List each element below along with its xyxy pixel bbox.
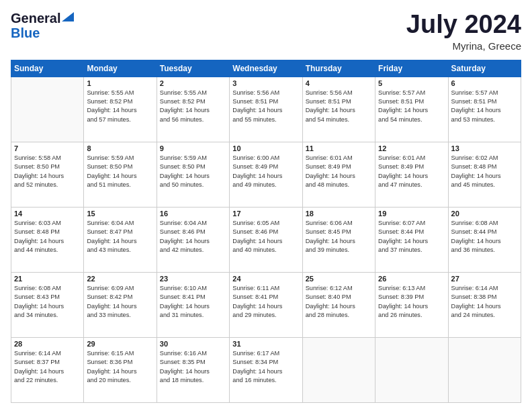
daylight-line2: and 26 minutes. — [378, 311, 445, 320]
calendar-cell: 30Sunrise: 6:16 AMSunset: 8:35 PMDayligh… — [157, 337, 229, 402]
sunset-text: Sunset: 8:48 PM — [451, 163, 518, 171]
svg-marker-0 — [62, 12, 74, 21]
logo-arrow-icon — [62, 12, 74, 21]
logo-general: General — [11, 11, 60, 26]
calendar-cell: 29Sunrise: 6:15 AMSunset: 8:36 PMDayligh… — [84, 337, 157, 402]
calendar-cell: 3Sunrise: 5:56 AMSunset: 8:51 PMDaylight… — [230, 77, 302, 142]
sunrise-text: Sunrise: 6:12 AM — [306, 284, 372, 293]
calendar-cell: 24Sunrise: 6:11 AMSunset: 8:41 PMDayligh… — [230, 272, 302, 337]
sunrise-text: Sunrise: 6:04 AM — [160, 219, 226, 228]
day-info: Sunrise: 6:05 AMSunset: 8:46 PMDaylight:… — [232, 219, 299, 255]
daylight-line1: Daylight: 14 hours — [232, 367, 299, 376]
sunset-text: Sunset: 8:50 PM — [14, 163, 81, 171]
sunrise-text: Sunrise: 6:13 AM — [378, 284, 445, 293]
logo: General Blue — [11, 11, 74, 40]
day-info: Sunrise: 6:11 AMSunset: 8:41 PMDaylight:… — [232, 284, 299, 320]
daylight-line1: Daylight: 14 hours — [160, 367, 226, 376]
day-number: 30 — [160, 340, 226, 348]
title-block: July 2024 Myrina, Greece — [406, 11, 521, 52]
daylight-line2: and 37 minutes. — [378, 246, 445, 255]
sunset-text: Sunset: 8:40 PM — [306, 293, 372, 302]
daylight-line1: Daylight: 14 hours — [14, 367, 81, 376]
day-info: Sunrise: 6:00 AMSunset: 8:49 PMDaylight:… — [232, 154, 299, 189]
daylight-line1: Daylight: 14 hours — [87, 237, 153, 246]
daylight-line2: and 34 minutes. — [14, 311, 81, 320]
day-info: Sunrise: 6:09 AMSunset: 8:42 PMDaylight:… — [87, 284, 153, 320]
calendar-cell: 18Sunrise: 6:06 AMSunset: 8:45 PMDayligh… — [302, 207, 375, 272]
day-info: Sunrise: 5:57 AMSunset: 8:51 PMDaylight:… — [451, 89, 518, 124]
calendar-cell: 16Sunrise: 6:04 AMSunset: 8:46 PMDayligh… — [157, 207, 229, 272]
day-number: 1 — [87, 79, 153, 87]
day-number: 23 — [160, 275, 226, 283]
sunset-text: Sunset: 8:43 PM — [14, 293, 81, 302]
daylight-line2: and 20 minutes. — [87, 376, 153, 385]
daylight-line2: and 16 minutes. — [232, 376, 299, 385]
sunset-text: Sunset: 8:35 PM — [160, 358, 226, 367]
sunrise-text: Sunrise: 5:59 AM — [87, 154, 153, 163]
daylight-line2: and 49 minutes. — [232, 181, 299, 189]
calendar-cell: 8Sunrise: 5:59 AMSunset: 8:50 PMDaylight… — [84, 142, 157, 207]
daylight-line2: and 31 minutes. — [160, 311, 226, 320]
day-number: 22 — [87, 275, 153, 283]
sunrise-text: Sunrise: 6:07 AM — [378, 219, 445, 228]
sunrise-text: Sunrise: 6:06 AM — [306, 219, 372, 228]
calendar-cell: 12Sunrise: 6:01 AMSunset: 8:49 PMDayligh… — [375, 142, 448, 207]
day-info: Sunrise: 6:08 AMSunset: 8:44 PMDaylight:… — [451, 219, 518, 255]
daylight-line1: Daylight: 14 hours — [14, 237, 81, 246]
calendar-cell: 2Sunrise: 5:55 AMSunset: 8:52 PMDaylight… — [157, 77, 229, 142]
daylight-line2: and 29 minutes. — [232, 311, 299, 320]
calendar-cell: 4Sunrise: 5:56 AMSunset: 8:51 PMDaylight… — [302, 77, 375, 142]
day-info: Sunrise: 6:14 AMSunset: 8:38 PMDaylight:… — [451, 284, 518, 320]
sunrise-text: Sunrise: 6:05 AM — [232, 219, 299, 228]
sunset-text: Sunset: 8:38 PM — [451, 293, 518, 302]
day-number: 3 — [232, 79, 299, 87]
daylight-line1: Daylight: 14 hours — [378, 237, 445, 246]
daylight-line2: and 48 minutes. — [306, 181, 372, 189]
day-info: Sunrise: 6:07 AMSunset: 8:44 PMDaylight:… — [378, 219, 445, 255]
daylight-line2: and 18 minutes. — [160, 376, 226, 385]
day-number: 14 — [14, 210, 81, 218]
week-row-4: 28Sunrise: 6:14 AMSunset: 8:37 PMDayligh… — [11, 337, 521, 402]
sunrise-text: Sunrise: 6:09 AM — [87, 284, 153, 293]
calendar-cell: 13Sunrise: 6:02 AMSunset: 8:48 PMDayligh… — [448, 142, 521, 207]
sunrise-text: Sunrise: 5:56 AM — [232, 89, 299, 97]
weekday-thursday: Thursday — [302, 60, 375, 77]
day-number: 20 — [451, 210, 518, 218]
daylight-line1: Daylight: 14 hours — [160, 302, 226, 311]
day-info: Sunrise: 5:59 AMSunset: 8:50 PMDaylight:… — [87, 154, 153, 189]
day-number: 4 — [306, 79, 372, 87]
daylight-line1: Daylight: 14 hours — [160, 237, 226, 246]
week-row-3: 21Sunrise: 6:08 AMSunset: 8:43 PMDayligh… — [11, 272, 521, 337]
day-info: Sunrise: 6:02 AMSunset: 8:48 PMDaylight:… — [451, 154, 518, 189]
day-info: Sunrise: 5:56 AMSunset: 8:51 PMDaylight:… — [232, 89, 299, 124]
calendar-cell: 21Sunrise: 6:08 AMSunset: 8:43 PMDayligh… — [11, 272, 84, 337]
daylight-line1: Daylight: 14 hours — [87, 367, 153, 376]
sunrise-text: Sunrise: 6:17 AM — [232, 349, 299, 358]
daylight-line1: Daylight: 14 hours — [232, 172, 299, 181]
header: General Blue July 2024 Myrina, Greece — [11, 11, 521, 52]
week-row-2: 14Sunrise: 6:03 AMSunset: 8:48 PMDayligh… — [11, 207, 521, 272]
day-number: 26 — [378, 275, 445, 283]
daylight-line1: Daylight: 14 hours — [160, 106, 226, 115]
calendar-cell: 27Sunrise: 6:14 AMSunset: 8:38 PMDayligh… — [448, 272, 521, 337]
daylight-line2: and 54 minutes. — [306, 116, 372, 124]
daylight-line1: Daylight: 14 hours — [306, 237, 372, 246]
daylight-line2: and 56 minutes. — [160, 116, 226, 124]
weekday-monday: Monday — [84, 60, 157, 77]
sunset-text: Sunset: 8:46 PM — [160, 228, 226, 236]
sunset-text: Sunset: 8:44 PM — [378, 228, 445, 236]
day-number: 19 — [378, 210, 445, 218]
day-number: 27 — [451, 275, 518, 283]
sunrise-text: Sunrise: 6:14 AM — [14, 349, 81, 358]
sunrise-text: Sunrise: 6:01 AM — [306, 154, 372, 163]
day-number: 7 — [14, 144, 81, 152]
daylight-line1: Daylight: 14 hours — [451, 106, 518, 115]
daylight-line2: and 22 minutes. — [14, 376, 81, 385]
sunset-text: Sunset: 8:48 PM — [14, 228, 81, 236]
calendar-cell — [302, 337, 375, 402]
sunset-text: Sunset: 8:51 PM — [306, 97, 372, 106]
calendar-cell: 22Sunrise: 6:09 AMSunset: 8:42 PMDayligh… — [84, 272, 157, 337]
daylight-line1: Daylight: 14 hours — [87, 106, 153, 115]
daylight-line2: and 33 minutes. — [87, 311, 153, 320]
weekday-saturday: Saturday — [448, 60, 521, 77]
